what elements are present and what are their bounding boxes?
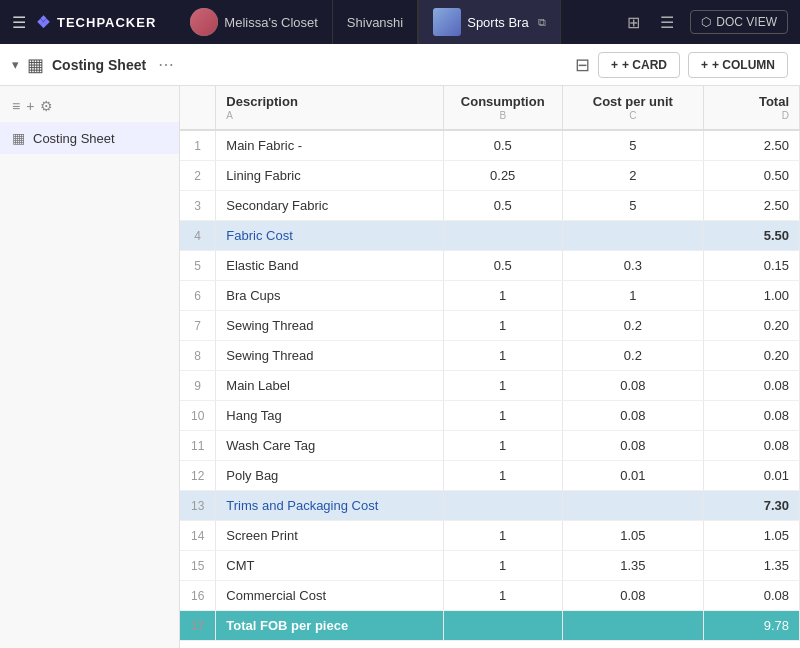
sidebar-item-icon: ▦ [12, 130, 25, 146]
cell-cost-per-unit: 1.35 [562, 551, 704, 581]
cell-consumption: 1 [443, 311, 562, 341]
cell-cost-per-unit [562, 221, 704, 251]
cell-num: 4 [180, 221, 216, 251]
table-row[interactable]: 12 Poly Bag 1 0.01 0.01 [180, 461, 800, 491]
table-row[interactable]: 13 Trims and Packaging Cost 7.30 [180, 491, 800, 521]
cell-total: 0.20 [704, 311, 800, 341]
col-total: Total D [704, 86, 800, 130]
grid-view-icon[interactable]: ⊞ [623, 9, 644, 36]
cell-num: 9 [180, 371, 216, 401]
table-row[interactable]: 2 Lining Fabric 0.25 2 0.50 [180, 161, 800, 191]
cell-total: 0.08 [704, 581, 800, 611]
sidebar-item-costing-sheet[interactable]: ▦ Costing Sheet [0, 122, 179, 154]
cell-cost-per-unit: 5 [562, 191, 704, 221]
table-header-row: Description A Consumption B Cost per uni… [180, 86, 800, 130]
top-nav: ☰ ❖ TECHPACKER Melissa's Closet Shivansh… [0, 0, 800, 44]
doc-view-label: DOC VIEW [716, 15, 777, 29]
cell-description: Total FOB per piece [216, 611, 444, 641]
cell-description: Main Fabric - [216, 130, 444, 161]
table-row[interactable]: 8 Sewing Thread 1 0.2 0.20 [180, 341, 800, 371]
avatar-melissa [190, 8, 218, 36]
cell-num: 6 [180, 281, 216, 311]
product-thumbnail [433, 8, 461, 36]
cell-total: 0.50 [704, 161, 800, 191]
add-card-button[interactable]: + + CARD [598, 52, 680, 78]
cell-total: 0.15 [704, 251, 800, 281]
cell-num: 11 [180, 431, 216, 461]
cell-consumption [443, 611, 562, 641]
sidebar-equals-icon[interactable]: ≡ [12, 98, 20, 114]
doc-icon: ⬡ [701, 15, 711, 29]
table-row[interactable]: 4 Fabric Cost 5.50 [180, 221, 800, 251]
plus-icon-2: + [701, 58, 708, 72]
cell-num: 17 [180, 611, 216, 641]
cell-total: 7.30 [704, 491, 800, 521]
cell-total: 2.50 [704, 191, 800, 221]
cell-total: 1.00 [704, 281, 800, 311]
hamburger-icon[interactable]: ☰ [12, 13, 26, 32]
cell-cost-per-unit [562, 611, 704, 641]
more-options-icon[interactable]: ⋯ [158, 55, 174, 74]
cell-description: Lining Fabric [216, 161, 444, 191]
cell-description: Elastic Band [216, 251, 444, 281]
table-row[interactable]: 11 Wash Care Tag 1 0.08 0.08 [180, 431, 800, 461]
table-row[interactable]: 5 Elastic Band 0.5 0.3 0.15 [180, 251, 800, 281]
sub-nav-right: ⊟ + + CARD + + COLUMN [575, 52, 788, 78]
table-row[interactable]: 3 Secondary Fabric 0.5 5 2.50 [180, 191, 800, 221]
sidebar-controls: ≡ + ⚙ [0, 94, 179, 122]
cell-description: Secondary Fabric [216, 191, 444, 221]
add-column-button[interactable]: + + COLUMN [688, 52, 788, 78]
table-body: 1 Main Fabric - 0.5 5 2.50 2 Lining Fabr… [180, 130, 800, 641]
nav-tab-shivanshi[interactable]: Shivanshi [333, 0, 418, 44]
cell-total: 5.50 [704, 221, 800, 251]
cell-num: 13 [180, 491, 216, 521]
cell-description: Wash Care Tag [216, 431, 444, 461]
chevron-down-icon[interactable]: ▾ [12, 57, 19, 72]
sidebar-add-icon[interactable]: + [26, 98, 34, 114]
cell-consumption: 1 [443, 341, 562, 371]
cell-num: 1 [180, 130, 216, 161]
doc-view-button[interactable]: ⬡ DOC VIEW [690, 10, 788, 34]
table-row[interactable]: 17 Total FOB per piece 9.78 [180, 611, 800, 641]
table-row[interactable]: 16 Commercial Cost 1 0.08 0.08 [180, 581, 800, 611]
nav-tab-shivanshi-label: Shivanshi [347, 15, 403, 30]
table-row[interactable]: 14 Screen Print 1 1.05 1.05 [180, 521, 800, 551]
columns-icon[interactable]: ⊟ [575, 54, 590, 76]
cell-description: Sewing Thread [216, 341, 444, 371]
sheet-title: Costing Sheet [52, 57, 146, 73]
col-cost-per-unit: Cost per unit C [562, 86, 704, 130]
cell-cost-per-unit: 0.01 [562, 461, 704, 491]
table-row[interactable]: 1 Main Fabric - 0.5 5 2.50 [180, 130, 800, 161]
cell-cost-per-unit: 0.3 [562, 251, 704, 281]
app-name: TECHPACKER [57, 15, 156, 30]
table-row[interactable]: 9 Main Label 1 0.08 0.08 [180, 371, 800, 401]
cell-cost-per-unit: 0.08 [562, 401, 704, 431]
cell-description: Main Label [216, 371, 444, 401]
costing-table: Description A Consumption B Cost per uni… [180, 86, 800, 641]
sidebar-gear-icon[interactable]: ⚙ [40, 98, 53, 114]
table-row[interactable]: 15 CMT 1 1.35 1.35 [180, 551, 800, 581]
cell-consumption: 0.25 [443, 161, 562, 191]
table-row[interactable]: 7 Sewing Thread 1 0.2 0.20 [180, 311, 800, 341]
sheet-icon: ▦ [27, 54, 44, 76]
cell-total: 0.08 [704, 401, 800, 431]
cell-num: 3 [180, 191, 216, 221]
sidebar-item-label: Costing Sheet [33, 131, 115, 146]
add-card-label: + CARD [622, 58, 667, 72]
cell-num: 7 [180, 311, 216, 341]
table-row[interactable]: 10 Hang Tag 1 0.08 0.08 [180, 401, 800, 431]
cell-cost-per-unit: 5 [562, 130, 704, 161]
main-content: ≡ + ⚙ ▦ Costing Sheet Description A Cons… [0, 86, 800, 648]
cell-consumption: 1 [443, 281, 562, 311]
nav-tabs: Melissa's Closet Shivanshi Sports Bra ⧉ [176, 0, 613, 44]
table-row[interactable]: 6 Bra Cups 1 1 1.00 [180, 281, 800, 311]
cell-cost-per-unit [562, 491, 704, 521]
cell-description: Bra Cups [216, 281, 444, 311]
nav-tab-product[interactable]: Sports Bra ⧉ [418, 0, 560, 44]
cell-cost-per-unit: 1.05 [562, 521, 704, 551]
cell-description: Trims and Packaging Cost [216, 491, 444, 521]
external-link-icon[interactable]: ⧉ [538, 16, 546, 29]
cell-num: 5 [180, 251, 216, 281]
nav-tab-melissa[interactable]: Melissa's Closet [176, 0, 333, 44]
list-view-icon[interactable]: ☰ [656, 9, 678, 36]
